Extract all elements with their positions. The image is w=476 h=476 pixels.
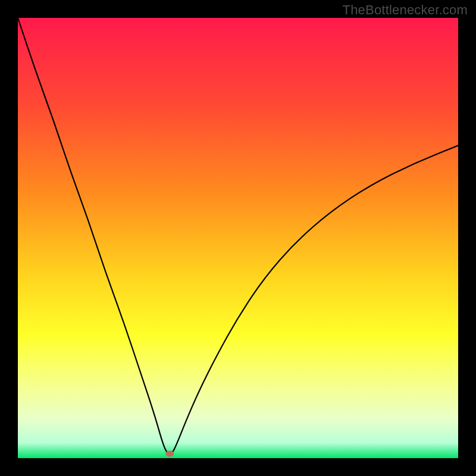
plot-svg bbox=[18, 18, 458, 458]
plot-area bbox=[18, 18, 458, 458]
watermark-text: TheBottlenecker.com bbox=[343, 2, 468, 18]
minimum-marker bbox=[165, 451, 174, 457]
chart-frame: TheBottlenecker.com bbox=[0, 0, 476, 476]
gradient-background bbox=[18, 18, 458, 458]
